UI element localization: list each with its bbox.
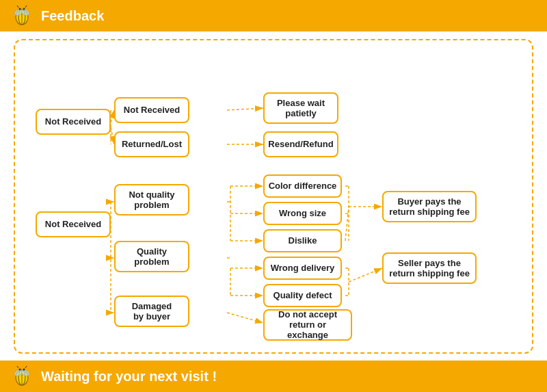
svg-line-7 [17,5,18,8]
svg-line-49 [25,366,27,368]
box-not-received-2: Not Received [36,211,111,237]
box-color-difference: Color difference [263,174,342,198]
svg-line-14 [227,108,263,110]
diagram-container: Not Received Not Received Not Received R… [14,39,533,354]
main-content: Not Received Not Received Not Received R… [0,31,547,361]
box-do-not-accept: Do not accept return or exchange [263,309,352,341]
box-not-received-branch: Not Received [114,97,189,123]
svg-point-47 [23,369,25,371]
box-wrong-size: Wrong size [263,202,342,225]
header-title: Feedback [41,8,104,24]
svg-point-6 [23,8,25,10]
svg-point-5 [19,8,21,10]
box-quality-defect: Quality defect [263,284,342,307]
box-returned-lost: Returned/Lost [114,131,189,157]
box-please-wait: Please wait patietly [263,92,338,124]
svg-point-46 [19,369,21,371]
footer: Waiting for your next visit ! [0,361,547,392]
box-seller-pays: Seller pays the return shipping fee [382,252,477,284]
svg-line-33 [345,207,349,241]
svg-line-8 [25,5,27,8]
svg-line-48 [17,366,18,368]
box-not-quality: Not quality problem [114,184,189,215]
box-wrong-delivery: Wrong delivery [263,257,342,280]
svg-line-39 [349,268,382,282]
footer-title: Waiting for your next visit ! [41,369,217,384]
svg-line-30 [227,313,263,323]
box-buyer-pays: Buyer pays the return shipping fee [382,191,477,222]
box-dislike: Dislike [263,229,342,252]
bee-icon-footer [10,364,34,389]
box-damaged-by-buyer: Damaged by buyer [114,296,189,327]
bee-icon-header [10,3,34,28]
header: Feedback [0,0,547,31]
box-resend-refund: Resend/Refund [263,131,338,157]
box-quality-problem: Quality problem [114,241,189,272]
box-not-received-1: Not Received [36,109,111,135]
